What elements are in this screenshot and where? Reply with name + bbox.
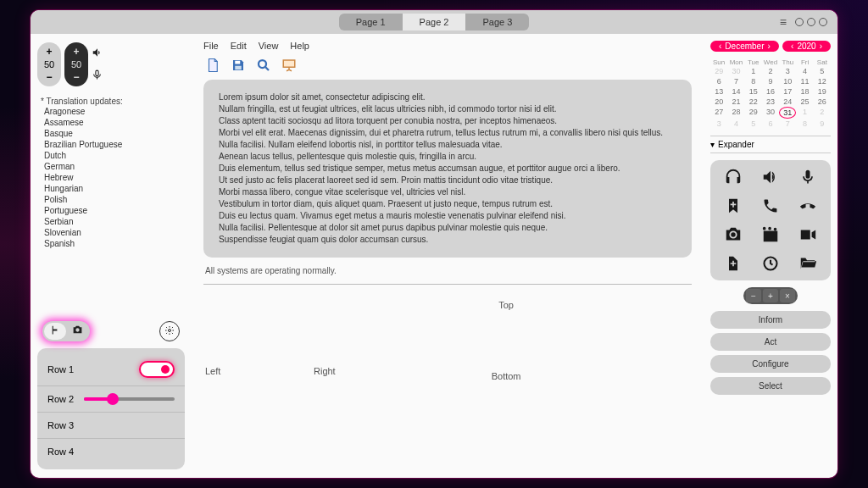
act-button[interactable]: Act [710,333,831,351]
list-item[interactable]: Slovenian [41,227,181,238]
close-icon[interactable] [819,18,827,26]
list-item[interactable]: Basque [41,128,181,139]
new-file-icon[interactable] [723,255,743,272]
volume-icon[interactable] [92,47,103,61]
mini-close[interactable]: × [780,289,795,302]
calendar-header: ‹December› ‹2020› [710,41,831,52]
presentation-icon[interactable] [280,56,298,75]
menu-file[interactable]: File [203,41,219,51]
video-icon[interactable] [798,226,818,243]
row-4[interactable]: Row 4 [37,439,185,464]
separator [203,284,692,285]
rows-panel: Row 1 Row 2 Row 3 Row 4 [37,348,185,469]
list-item[interactable]: Portuguese [41,205,181,216]
toolbar [203,56,692,75]
month-selector[interactable]: ‹December› [710,41,779,52]
tab-page1[interactable]: Page 1 [339,14,403,30]
speaker-icon[interactable] [760,169,781,186]
search-icon[interactable] [254,56,273,75]
headphones-icon[interactable] [723,169,743,186]
list-item[interactable]: German [41,161,181,172]
settings-button[interactable] [159,321,180,341]
text-block: Lorem ipsum dolor sit amet, consectetur … [203,80,692,258]
spinner-light-minus[interactable]: − [40,69,58,85]
spinner-dark: + − [64,42,88,86]
spinner-dark-input[interactable] [66,59,86,69]
row-2-label: Row 2 [47,394,74,404]
tab-page3[interactable]: Page 3 [465,14,529,30]
list-item[interactable]: Dutch [41,150,181,161]
row-3-label: Row 3 [47,420,74,430]
hangup-icon[interactable] [798,197,818,214]
mic-icon[interactable] [92,69,103,83]
spinner-light-plus[interactable]: + [40,44,58,59]
menu-edit[interactable]: Edit [231,41,247,51]
phone-icon[interactable] [760,197,781,214]
chevron-right-icon[interactable]: › [767,42,770,51]
bookmark-icon[interactable] [723,197,743,214]
window-controls [795,18,827,26]
mini-buttons: − + × [710,287,831,304]
translation-list[interactable]: * Translation updates: AragoneseAssamese… [37,93,185,314]
list-item[interactable]: Polish [41,194,181,205]
calendar-grid[interactable]: SunMonTueWedThuFriSat2930123456789101112… [710,58,831,129]
chevron-right-icon[interactable]: › [820,42,822,51]
open-folder-icon[interactable] [798,255,818,272]
list-item[interactable]: Hungarian [41,183,181,194]
spinner-light: + − [37,42,61,86]
camera-icon[interactable] [723,226,743,243]
microphone-icon[interactable] [798,169,818,186]
list-header: * Translation updates: [41,97,181,106]
mini-minus[interactable]: − [746,289,761,302]
row-1-switch[interactable] [139,361,175,378]
status-text: All systems are operating normally. [203,263,692,279]
middle-column: File Edit View Help Lorem ipsum dolor si… [192,34,704,478]
chevron-left-icon[interactable]: ‹ [719,42,721,51]
save-icon[interactable] [229,56,248,75]
spinner-dark-minus[interactable]: − [67,69,86,85]
inform-button[interactable]: Inform [710,311,831,329]
action-buttons: Inform Act Configure Select [710,311,831,395]
maximize-icon[interactable] [807,18,815,26]
film-icon[interactable] [760,226,781,243]
list-item[interactable]: Spanish [41,238,181,249]
row-1[interactable]: Row 1 [37,353,185,386]
menu-view[interactable]: View [259,41,279,51]
tab-page2[interactable]: Page 2 [403,14,466,30]
row-4-label: Row 4 [47,446,74,457]
compass-bottom: Bottom [492,371,521,381]
list-item[interactable]: Serbian [41,216,181,227]
menubar: File Edit View Help [203,41,692,51]
svg-point-1 [169,330,171,332]
spinner-row: + − + − [37,42,185,86]
right-column: ‹December› ‹2020› SunMonTueWedThuFriSat2… [704,34,837,478]
list-item[interactable]: Assamese [41,117,181,128]
row-2[interactable]: Row 2 [37,386,185,413]
list-item[interactable]: Brazilian Portuguese [41,139,181,150]
mini-plus[interactable]: + [763,289,778,302]
svg-rect-0 [96,70,98,76]
configure-button[interactable]: Configure [710,355,831,373]
spinner-dark-plus[interactable]: + [67,44,86,59]
compass-panel: Top Bottom Left Right [203,290,692,471]
select-button[interactable]: Select [710,377,831,395]
flag-mode-button[interactable] [44,323,66,340]
camera-mode-button[interactable] [66,323,88,340]
clock-icon[interactable] [760,255,781,272]
minimize-icon[interactable] [795,18,804,26]
menu-icon[interactable]: ≡ [780,15,787,29]
menu-help[interactable]: Help [290,41,309,51]
list-item[interactable]: Hebrew [41,172,181,183]
spinner-light-input[interactable] [39,59,59,69]
left-column: + − + − * Translation updates: Aragonese… [31,34,192,478]
mode-toggle [42,321,90,341]
new-doc-icon[interactable] [203,56,222,75]
chevron-left-icon[interactable]: ‹ [791,42,793,51]
titlebar: Page 1 Page 2 Page 3 ≡ [31,10,837,34]
row-2-slider[interactable] [84,397,175,401]
expander-header[interactable]: ▾Expander [710,136,831,153]
list-item[interactable]: Aragonese [41,106,181,117]
row-3[interactable]: Row 3 [37,413,185,439]
row-1-label: Row 1 [47,364,74,374]
year-selector[interactable]: ‹2020› [782,41,831,52]
